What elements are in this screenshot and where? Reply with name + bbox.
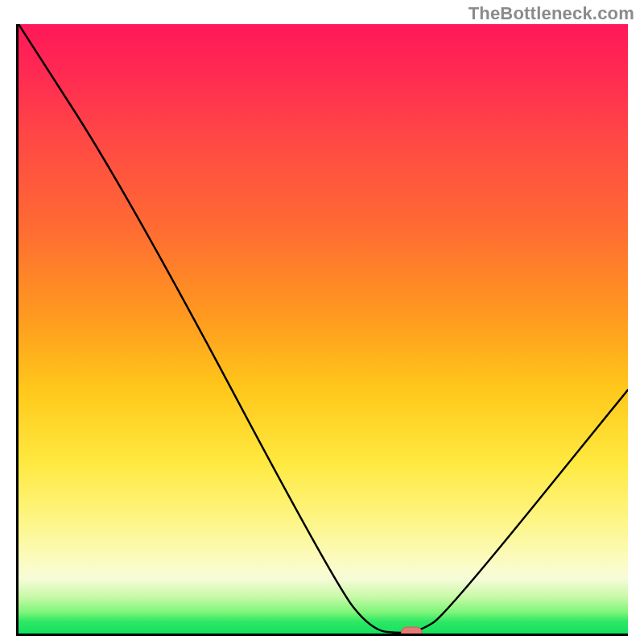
watermark-text: TheBottleneck.com	[469, 3, 634, 24]
plot-area	[16, 24, 628, 636]
chart-container: TheBottleneck.com	[0, 0, 644, 644]
bottleneck-curve	[19, 24, 628, 633]
curve-svg	[19, 24, 628, 634]
minimum-marker	[401, 627, 422, 634]
